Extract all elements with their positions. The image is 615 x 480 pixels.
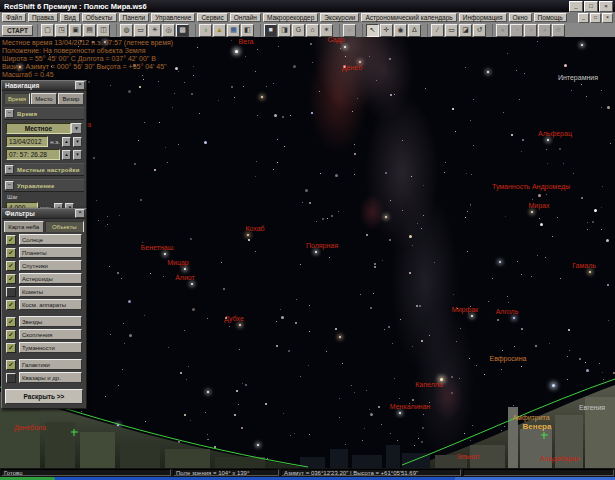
maximize-button[interactable]: □ [584,1,598,12]
checkbox-checked-icon[interactable]: ✓ [6,343,16,353]
select-tool-icon[interactable]: ↖ [366,24,379,37]
time-field[interactable]: 07: 57: 26.28 [6,149,60,160]
filters-panel-titlebar[interactable]: Фильтры × [2,209,86,219]
menu-item-объекты[interactable]: Объекты [82,13,117,22]
sound-icon[interactable]: ◎ [162,24,175,37]
menu-item-помощь[interactable]: Помощь [534,13,567,22]
checkbox-unchecked-icon[interactable] [6,373,16,383]
chevron-down-icon[interactable]: ▼ [71,123,82,134]
night-vision-icon[interactable]: ▩ [176,24,189,37]
open-file-icon[interactable]: ◳ [55,24,68,37]
web-icon[interactable]: G [292,24,305,37]
rotate-tool-icon[interactable]: ↺ [473,24,486,37]
sky-label-мицар[interactable]: Мицар [167,259,189,266]
date-field[interactable]: 13/04/2012 [6,136,48,147]
menu-item-астрономический-календарь[interactable]: Астрономический календарь [361,13,456,22]
mdi-minimize-button[interactable]: _ [578,13,589,23]
filter-button-квазары-и-др-[interactable]: Квазары и др. [19,372,82,383]
observer-icon[interactable]: ♁ [199,24,212,37]
filter-button-кометы[interactable]: Кометы [19,286,82,297]
menu-item-правка[interactable]: Правка [28,13,58,22]
menu-item-макрорекордер[interactable]: Макрорекордер [263,13,318,22]
close-icon[interactable]: × [75,209,85,218]
mdi-close-button[interactable]: × [602,13,613,23]
globe-icon[interactable]: ◍ [120,24,133,37]
menu-item-информация[interactable]: Информация [459,13,507,22]
checkbox-checked-icon[interactable]: ✓ [6,248,16,258]
sky-label-полярная[interactable]: Полярная [306,242,338,249]
save-icon[interactable]: ▣ [69,24,82,37]
time-up-icon[interactable]: ▲ [62,150,71,160]
checkbox-checked-icon[interactable]: ✓ [6,360,16,370]
panels-icon[interactable]: ◧ [241,24,254,37]
print-preview-icon[interactable]: ◫ [97,24,110,37]
checkbox-checked-icon[interactable]: ✓ [6,274,16,284]
tab-объекты[interactable]: Объекты [45,221,85,232]
start-button[interactable]: СТАРТ [2,25,33,36]
checkbox-unchecked-icon[interactable] [6,287,16,297]
checkbox-checked-icon[interactable]: ✓ [6,317,16,327]
tab-визир[interactable]: Визир [58,93,84,104]
sky-label-денеб[interactable]: Денеб [342,64,362,71]
tab-место[interactable]: Место [31,93,57,104]
filter-button-косм-аппараты[interactable]: Косм. аппараты [19,299,82,310]
sky-label-алголь[interactable]: Алголь [496,308,519,315]
filter-button-планеты[interactable]: Планеты [19,247,82,258]
checkbox-checked-icon[interactable]: ✓ [6,330,16,340]
sky-label-гамаль[interactable]: Гамаль [572,262,596,269]
menu-item-окно[interactable]: Окно [509,13,532,22]
full-screen-icon[interactable]: ■ [264,24,277,37]
time-down-icon[interactable]: ▼ [73,150,82,160]
sky-label-мирах[interactable]: Мирах [528,202,549,209]
sky-label-интерамния[interactable]: Интерамния [558,74,598,81]
mdi-restore-button[interactable]: □ [590,13,601,23]
screen-mode-icon[interactable]: ▭ [134,24,147,37]
sky-label-капелла[interactable]: Капелла [415,381,442,388]
sky-label-дубхе[interactable]: Дубхе [224,315,244,322]
menu-item-управление[interactable]: Управление [151,13,195,22]
measure-tool-icon[interactable]: ∆ [408,24,421,37]
new-document-icon[interactable]: ▢ [41,24,54,37]
filter-button-туманности[interactable]: Туманности [19,342,82,353]
date-down-icon[interactable]: ▼ [73,137,82,147]
close-icon[interactable]: × [75,81,85,90]
sky-grid-icon[interactable]: ▦ [227,24,240,37]
collapse-icon[interactable]: − [5,181,14,190]
sky-label-кохаб[interactable]: Кохаб [245,225,264,232]
expand-icon[interactable]: + [5,165,14,174]
expand-panel-button[interactable]: Раскрыть >> [5,389,83,404]
sky-label-евфросина[interactable]: Евфросина [489,355,526,362]
minimize-button[interactable]: _ [569,1,583,12]
sky-label-эльнат[interactable]: Эльнат [456,453,479,460]
daylight-icon[interactable]: ☀ [148,24,161,37]
sky-label-евгения[interactable]: Евгения [579,404,605,411]
checkbox-checked-icon[interactable]: ✓ [6,300,16,310]
local-settings-header[interactable]: + Местные настройки [4,163,84,176]
text-tool-icon[interactable]: ◪ [459,24,472,37]
sky-label-амфитрита[interactable]: Амфитрита [512,414,549,421]
menu-item-панели[interactable]: Панели [119,13,150,22]
control-section-header[interactable]: − Управление [4,179,84,192]
close-button[interactable]: × [599,1,613,12]
time-mode-dropdown[interactable]: Местное ▼ [6,123,82,134]
menu-item-онлайн[interactable]: Онлайн [230,13,261,22]
collapse-icon[interactable]: − [5,109,14,118]
sky-label-туманность-андромеды[interactable]: Туманность Андромеды [492,183,570,190]
filter-button-скопления[interactable]: Скопления [19,329,82,340]
chart-icon[interactable]: ▲ [213,24,226,37]
sky-map[interactable]: ВегаСадрДенебИнтерамнияккаАльферацТуманн… [0,37,615,468]
sky-label-альферац[interactable]: Альферац [538,130,572,137]
labels-icon[interactable]: ◨ [278,24,291,37]
tools-icon[interactable]: ✶ [320,24,333,37]
sky-label-менкалинан[interactable]: Менкалинан [390,403,430,410]
sky-label-альдебаран[interactable]: Альдебаран [540,455,580,462]
navigation-panel-titlebar[interactable]: Навигация × [2,81,86,91]
menu-item-экскурсии[interactable]: Экскурсии [320,13,359,22]
sky-label-бенетнаш[interactable]: Бенетнаш [141,244,174,251]
checkbox-checked-icon[interactable]: ✓ [6,261,16,271]
filter-button-солнце[interactable]: Солнце [19,234,82,245]
sky-label-садр[interactable]: Садр [327,37,344,43]
menu-item-вид[interactable]: Вид [60,13,80,22]
draw-tool-icon[interactable]: ∕ [431,24,444,37]
filter-button-звезды[interactable]: Звезды [19,316,82,327]
